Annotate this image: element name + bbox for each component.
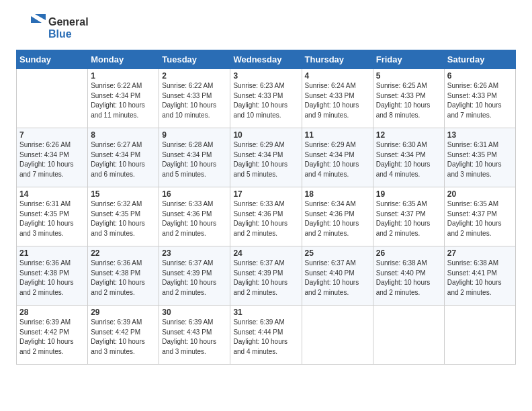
day-info: Sunrise: 6:36 AM Sunset: 4:38 PM Dayligh…	[19, 259, 85, 298]
day-of-week-header: Thursday	[302, 50, 373, 69]
day-number: 29	[91, 308, 156, 317]
calendar-cell: 20Sunrise: 6:35 AM Sunset: 4:37 PM Dayli…	[444, 187, 515, 246]
calendar-cell: 3Sunrise: 6:23 AM Sunset: 4:33 PM Daylig…	[230, 69, 302, 128]
day-info: Sunrise: 6:32 AM Sunset: 4:35 PM Dayligh…	[91, 199, 156, 238]
day-number: 7	[19, 130, 85, 140]
calendar-cell: 2Sunrise: 6:22 AM Sunset: 4:33 PM Daylig…	[159, 69, 230, 128]
day-number: 28	[19, 308, 85, 317]
calendar-cell: 16Sunrise: 6:33 AM Sunset: 4:36 PM Dayli…	[159, 187, 230, 246]
day-number: 17	[233, 189, 298, 199]
day-number: 3	[233, 71, 298, 81]
day-info: Sunrise: 6:25 AM Sunset: 4:33 PM Dayligh…	[376, 81, 441, 120]
calendar-cell: 22Sunrise: 6:36 AM Sunset: 4:38 PM Dayli…	[88, 246, 159, 306]
day-info: Sunrise: 6:39 AM Sunset: 4:42 PM Dayligh…	[19, 318, 85, 357]
calendar: SundayMondayTuesdayWednesdayThursdayFrid…	[16, 50, 516, 365]
day-number: 24	[233, 248, 298, 258]
day-of-week-header: Wednesday	[230, 50, 302, 69]
day-number: 25	[305, 248, 370, 258]
day-number: 8	[91, 130, 156, 140]
day-number: 22	[91, 248, 156, 258]
day-of-week-header: Saturday	[444, 50, 515, 69]
day-info: Sunrise: 6:30 AM Sunset: 4:34 PM Dayligh…	[376, 140, 441, 179]
calendar-week-row: 21Sunrise: 6:36 AM Sunset: 4:38 PM Dayli…	[17, 246, 516, 306]
day-number: 23	[162, 248, 227, 258]
day-number: 10	[233, 130, 298, 140]
calendar-cell: 10Sunrise: 6:29 AM Sunset: 4:34 PM Dayli…	[230, 128, 302, 187]
calendar-cell	[373, 306, 444, 365]
day-info: Sunrise: 6:39 AM Sunset: 4:42 PM Dayligh…	[91, 318, 156, 357]
calendar-cell: 24Sunrise: 6:37 AM Sunset: 4:39 PM Dayli…	[230, 246, 302, 306]
day-info: Sunrise: 6:28 AM Sunset: 4:34 PM Dayligh…	[162, 140, 227, 179]
calendar-cell: 21Sunrise: 6:36 AM Sunset: 4:38 PM Dayli…	[17, 246, 88, 306]
day-info: Sunrise: 6:37 AM Sunset: 4:40 PM Dayligh…	[305, 259, 370, 298]
day-info: Sunrise: 6:35 AM Sunset: 4:37 PM Dayligh…	[447, 199, 513, 238]
calendar-cell: 30Sunrise: 6:39 AM Sunset: 4:43 PM Dayli…	[159, 306, 230, 365]
calendar-cell: 13Sunrise: 6:31 AM Sunset: 4:35 PM Dayli…	[444, 128, 515, 187]
logo: General Blue	[16, 13, 89, 43]
calendar-week-row: 1Sunrise: 6:22 AM Sunset: 4:34 PM Daylig…	[17, 69, 516, 128]
calendar-cell: 23Sunrise: 6:37 AM Sunset: 4:39 PM Dayli…	[159, 246, 230, 306]
calendar-cell: 29Sunrise: 6:39 AM Sunset: 4:42 PM Dayli…	[88, 306, 159, 365]
day-info: Sunrise: 6:36 AM Sunset: 4:38 PM Dayligh…	[91, 259, 156, 298]
day-info: Sunrise: 6:39 AM Sunset: 4:44 PM Dayligh…	[233, 318, 298, 357]
day-info: Sunrise: 6:26 AM Sunset: 4:34 PM Dayligh…	[19, 140, 85, 179]
day-info: Sunrise: 6:22 AM Sunset: 4:33 PM Dayligh…	[162, 81, 227, 120]
calendar-cell: 11Sunrise: 6:29 AM Sunset: 4:34 PM Dayli…	[302, 128, 373, 187]
day-info: Sunrise: 6:26 AM Sunset: 4:33 PM Dayligh…	[447, 81, 513, 120]
logo-flag-icon	[16, 13, 46, 43]
calendar-week-row: 7Sunrise: 6:26 AM Sunset: 4:34 PM Daylig…	[17, 128, 516, 187]
calendar-cell: 8Sunrise: 6:27 AM Sunset: 4:34 PM Daylig…	[88, 128, 159, 187]
day-info: Sunrise: 6:24 AM Sunset: 4:33 PM Dayligh…	[305, 81, 370, 120]
day-number: 15	[91, 189, 156, 199]
day-info: Sunrise: 6:37 AM Sunset: 4:39 PM Dayligh…	[162, 259, 227, 298]
calendar-cell: 14Sunrise: 6:31 AM Sunset: 4:35 PM Dayli…	[17, 187, 88, 246]
calendar-cell: 9Sunrise: 6:28 AM Sunset: 4:34 PM Daylig…	[159, 128, 230, 187]
day-number: 21	[19, 248, 85, 258]
day-info: Sunrise: 6:31 AM Sunset: 4:35 PM Dayligh…	[19, 199, 85, 238]
day-number: 12	[376, 130, 441, 140]
day-number: 16	[162, 189, 227, 199]
logo-container: General Blue	[16, 13, 89, 43]
day-info: Sunrise: 6:29 AM Sunset: 4:34 PM Dayligh…	[233, 140, 298, 179]
day-info: Sunrise: 6:23 AM Sunset: 4:33 PM Dayligh…	[233, 81, 298, 120]
day-info: Sunrise: 6:37 AM Sunset: 4:39 PM Dayligh…	[233, 259, 298, 298]
calendar-cell: 7Sunrise: 6:26 AM Sunset: 4:34 PM Daylig…	[17, 128, 88, 187]
day-number: 13	[447, 130, 513, 140]
day-number: 9	[162, 130, 227, 140]
calendar-cell: 4Sunrise: 6:24 AM Sunset: 4:33 PM Daylig…	[302, 69, 373, 128]
day-of-week-header: Monday	[88, 50, 159, 69]
logo-blue: Blue	[48, 28, 89, 40]
calendar-cell: 18Sunrise: 6:34 AM Sunset: 4:36 PM Dayli…	[302, 187, 373, 246]
day-of-week-header: Friday	[373, 50, 444, 69]
calendar-cell: 12Sunrise: 6:30 AM Sunset: 4:34 PM Dayli…	[373, 128, 444, 187]
day-number: 11	[305, 130, 370, 140]
logo-name: General Blue	[48, 16, 89, 41]
day-info: Sunrise: 6:34 AM Sunset: 4:36 PM Dayligh…	[305, 199, 370, 238]
day-of-week-header: Tuesday	[159, 50, 230, 69]
day-info: Sunrise: 6:38 AM Sunset: 4:41 PM Dayligh…	[447, 259, 513, 298]
day-info: Sunrise: 6:39 AM Sunset: 4:43 PM Dayligh…	[162, 318, 227, 357]
day-number: 4	[305, 71, 370, 81]
day-number: 26	[376, 248, 441, 258]
calendar-cell	[444, 306, 515, 365]
calendar-cell	[17, 69, 88, 128]
day-info: Sunrise: 6:33 AM Sunset: 4:36 PM Dayligh…	[162, 199, 227, 238]
logo-text-row: General Blue	[16, 13, 89, 43]
day-info: Sunrise: 6:38 AM Sunset: 4:40 PM Dayligh…	[376, 259, 441, 298]
day-number: 19	[376, 189, 441, 199]
day-info: Sunrise: 6:22 AM Sunset: 4:34 PM Dayligh…	[91, 81, 156, 120]
calendar-cell: 1Sunrise: 6:22 AM Sunset: 4:34 PM Daylig…	[88, 69, 159, 128]
calendar-week-row: 28Sunrise: 6:39 AM Sunset: 4:42 PM Dayli…	[17, 306, 516, 365]
day-number: 31	[233, 308, 298, 317]
header: General Blue	[16, 13, 516, 43]
day-number: 1	[91, 71, 156, 81]
day-info: Sunrise: 6:31 AM Sunset: 4:35 PM Dayligh…	[447, 140, 513, 179]
day-info: Sunrise: 6:27 AM Sunset: 4:34 PM Dayligh…	[91, 140, 156, 179]
day-number: 18	[305, 189, 370, 199]
day-number: 6	[447, 71, 513, 81]
logo-general: General	[48, 16, 89, 28]
svg-marker-2	[35, 14, 46, 20]
svg-marker-1	[31, 16, 42, 23]
day-info: Sunrise: 6:29 AM Sunset: 4:34 PM Dayligh…	[305, 140, 370, 179]
day-of-week-header: Sunday	[17, 50, 88, 69]
